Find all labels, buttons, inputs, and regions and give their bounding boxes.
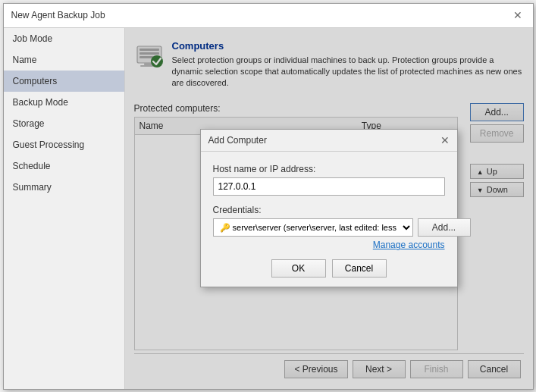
credentials-add-button[interactable]: Add...: [418, 218, 471, 237]
add-computer-dialog: Add Computer ✕ Host name or IP address: …: [200, 129, 458, 287]
sidebar: Job Mode Name Computers Backup Mode Stor…: [4, 28, 125, 389]
window-title: New Agent Backup Job: [11, 10, 105, 20]
manage-accounts-link[interactable]: Manage accounts: [213, 240, 445, 250]
dialog-ok-button[interactable]: OK: [271, 259, 326, 278]
sidebar-item-name[interactable]: Name: [4, 49, 124, 71]
dialog-title-bar: Add Computer ✕: [201, 130, 457, 152]
sidebar-item-guest-processing[interactable]: Guest Processing: [4, 134, 124, 155]
sidebar-item-backup-mode[interactable]: Backup Mode: [4, 92, 124, 113]
dialog-body: Host name or IP address: Credentials: 🔑 …: [201, 152, 457, 287]
sidebar-item-computers[interactable]: Computers: [4, 71, 124, 92]
title-bar: New Agent Backup Job ✕: [4, 4, 533, 28]
sidebar-item-job-mode[interactable]: Job Mode: [4, 28, 124, 49]
sidebar-item-storage[interactable]: Storage: [4, 113, 124, 134]
window-close-button[interactable]: ✕: [510, 9, 525, 21]
sidebar-item-schedule[interactable]: Schedule: [4, 155, 124, 177]
credentials-row: 🔑 server\server (server\server, last edi…: [213, 218, 445, 237]
dialog-buttons: OK Cancel: [213, 259, 445, 278]
sidebar-item-summary[interactable]: Summary: [4, 177, 124, 198]
content-area: Job Mode Name Computers Backup Mode Stor…: [4, 28, 533, 389]
credentials-select[interactable]: 🔑 server\server (server\server, last edi…: [213, 218, 413, 237]
dialog-cancel-button[interactable]: Cancel: [332, 259, 387, 278]
credentials-label: Credentials:: [213, 205, 445, 215]
host-input[interactable]: [213, 177, 445, 196]
dialog-close-button[interactable]: ✕: [440, 134, 450, 146]
main-window: New Agent Backup Job ✕ Job Mode Name Com…: [3, 3, 534, 390]
dialog-overlay: Add Computer ✕ Host name or IP address: …: [125, 28, 533, 389]
dialog-title: Add Computer: [208, 135, 267, 146]
host-label: Host name or IP address:: [213, 164, 445, 174]
main-panel: Computers Select protection groups or in…: [125, 28, 533, 389]
